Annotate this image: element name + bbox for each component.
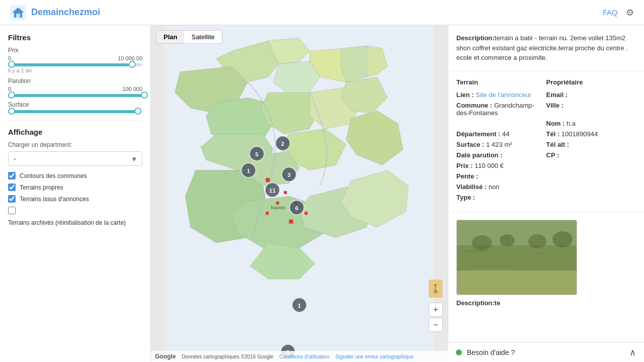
parution-max: 100 000 [122, 86, 142, 92]
dept-tel-row: Département : 44 Tél : 1001890944 [456, 130, 636, 138]
google-logo: Google [155, 353, 176, 360]
prix-minmax: 0 10 000 00 [8, 55, 142, 61]
proprietaire-col-title: Propriétaire [546, 78, 636, 86]
info-grid-header: Terrain Propriétaire [456, 78, 636, 86]
svg-text:2: 2 [281, 141, 284, 147]
signal-link[interactable]: Signaler une erreur cartographique [336, 354, 414, 359]
map-footer: Google Données cartographiques ©2016 Goo… [151, 351, 448, 362]
divider1 [8, 120, 142, 121]
departement-label: Département : [456, 130, 500, 138]
surface-filter: Surface [8, 101, 142, 113]
pegman-button[interactable]: 🚶 [429, 280, 443, 298]
faq-link[interactable]: FAQ [603, 8, 618, 17]
surface-telalt-row: Surface : 1 423 m² Tél alt : [456, 141, 636, 148]
terrains-annonces-label: Terrains issus d'annonces [20, 196, 89, 203]
svg-text:11: 11 [269, 188, 276, 194]
surface-slider-thumb-left[interactable] [8, 108, 15, 115]
date-cp-row: Date parution : CP : [456, 151, 636, 159]
dept-select-wrap: - ▼ [8, 151, 142, 166]
terrains-propres-label: Terrains propres [20, 184, 63, 191]
contours-checkbox[interactable] [8, 172, 16, 179]
svg-rect-52 [462, 250, 487, 252]
conditions-link[interactable]: Conditions d'utilisation [279, 354, 329, 359]
empty-checkbox[interactable] [8, 207, 16, 214]
prix-slider-fill [8, 63, 129, 66]
pente-row: Pente : [456, 172, 636, 180]
map-data-label: Données cartographiques ©2016 Google [182, 354, 273, 359]
filters-title: Filtres [8, 33, 142, 42]
surface-slider-thumb-right[interactable] [134, 108, 141, 115]
svg-text:5: 5 [255, 151, 258, 157]
parution-filter: Parution 0 100 000 [8, 77, 142, 97]
help-label: Besoin d'aide ? [467, 348, 515, 356]
parution-slider-fill [8, 94, 142, 97]
map-controls: 🚶 + − [429, 280, 443, 332]
svg-text:1: 1 [298, 303, 301, 309]
nom-label: Nom : [546, 120, 565, 127]
svg-text:6: 6 [295, 205, 298, 211]
svg-rect-54 [532, 253, 552, 254]
svg-rect-2 [16, 14, 20, 18]
photo-box: Description:te [448, 212, 644, 315]
contours-label: Contours des communes [20, 172, 87, 179]
prix-slider-thumb-left[interactable] [8, 61, 15, 68]
svg-point-58 [528, 234, 546, 248]
svg-rect-25 [284, 191, 287, 194]
tel-label: Tél : [546, 130, 560, 138]
tab-plan[interactable]: Plan [156, 31, 184, 43]
zoom-in-button[interactable]: + [429, 303, 443, 317]
charge-label: Charger un department: [8, 141, 142, 148]
prix-row: Prix : 110 000 € [456, 162, 636, 169]
email-label: Email : [546, 91, 568, 99]
ville-label: Ville : [546, 102, 564, 109]
nom-value: h.a [567, 120, 576, 127]
parution-slider-thumb-right[interactable] [141, 92, 148, 99]
dept-select[interactable]: - [8, 151, 142, 166]
app-title: Demainchezmoi [31, 7, 100, 18]
logo-icon [10, 5, 26, 21]
surface-slider-track[interactable] [8, 110, 142, 113]
main-layout: Filtres Prix 0 10 000 00 il y a 1 an Par… [0, 25, 644, 362]
surface-slider-fill [8, 110, 136, 113]
terrain-photo [456, 220, 577, 295]
map-tabs: Plan Satellite [156, 30, 222, 44]
tab-satellite[interactable]: Satellite [184, 31, 221, 43]
parution-slider-track[interactable] [8, 94, 142, 97]
departement-value: 44 [502, 130, 509, 138]
svg-rect-27 [276, 201, 279, 204]
svg-text:3: 3 [287, 172, 290, 178]
commune-ville-row: Commune : Grandchamp-des-Fontaines Ville… [456, 102, 636, 117]
prix-filter: Prix 0 10 000 00 il y a 1 an [8, 47, 142, 73]
parution-label: Parution [8, 77, 142, 84]
viabilise-row: Viabilisé : non [456, 183, 636, 191]
zoom-out-button[interactable]: − [429, 318, 443, 332]
surface-detail-value: 1 423 m² [486, 141, 512, 148]
svg-rect-24 [266, 178, 270, 182]
description-box: Description:terrain a batir - terrain nu… [448, 25, 644, 71]
svg-rect-29 [304, 212, 307, 215]
tel-value: 1001890944 [561, 130, 598, 138]
svg-point-57 [500, 234, 515, 246]
chevron-up-icon[interactable]: ∧ [629, 347, 636, 358]
svg-rect-55 [472, 265, 512, 266]
prix-slider-thumb-right[interactable] [129, 61, 136, 68]
nom-row: Nom : h.a [456, 120, 636, 127]
archived-text: Terrains archivés (réinitialisation de l… [8, 218, 142, 227]
lien-email-row: Lien : Site de l'annonceur Email : [456, 91, 636, 99]
svg-point-56 [472, 235, 492, 250]
prix-label: Prix [8, 47, 142, 54]
gear-icon[interactable]: ⚙ [626, 7, 634, 18]
terrains-propres-checkbox[interactable] [8, 184, 16, 191]
type-label: Type : [456, 194, 475, 201]
svg-rect-53 [497, 258, 527, 259]
svg-rect-28 [266, 212, 269, 215]
lien-link[interactable]: Site de l'annonceur [475, 91, 531, 99]
viabilise-value: non [489, 183, 500, 191]
parution-slider-thumb-left[interactable] [8, 92, 15, 99]
terrains-annonces-checkbox[interactable] [8, 195, 16, 203]
prix-max: 10 000 00 [118, 55, 142, 61]
header: Demainchezmoi FAQ ⚙ [0, 0, 644, 25]
prix-slider-track[interactable] [8, 63, 142, 66]
checkbox-terrains-propres: Terrains propres [8, 184, 142, 191]
map-svg[interactable]: Nantes 5 2 1 3 11 6 1 5 [151, 25, 448, 362]
